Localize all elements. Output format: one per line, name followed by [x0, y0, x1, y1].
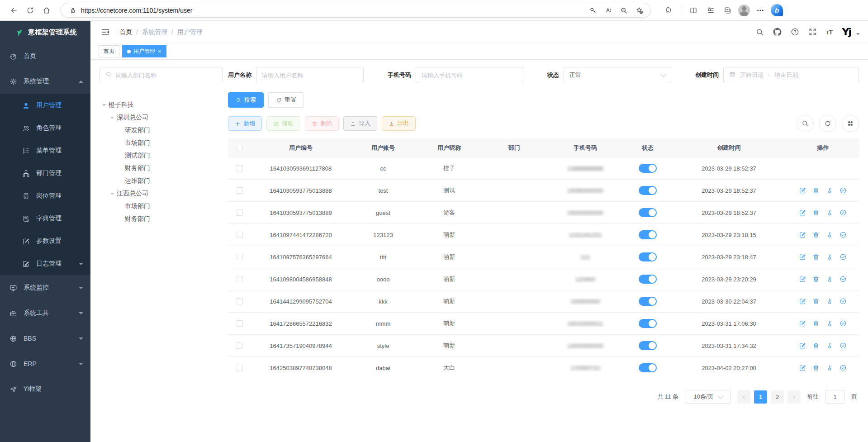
row-assign-role-icon[interactable]: [840, 187, 847, 194]
row-edit-icon[interactable]: [799, 364, 806, 371]
extensions-icon[interactable]: [662, 4, 675, 17]
row-assign-role-icon[interactable]: [840, 320, 847, 327]
row-reset-password-icon[interactable]: [826, 342, 833, 349]
split-screen-icon[interactable]: [687, 4, 700, 17]
tree-node[interactable]: 财务部门: [100, 162, 223, 175]
breadcrumb-home[interactable]: 首页: [119, 28, 132, 36]
row-edit-icon[interactable]: [799, 320, 806, 327]
tree-node[interactable]: 财务部门: [100, 213, 223, 225]
row-checkbox[interactable]: [237, 165, 243, 171]
phone-input[interactable]: [422, 72, 517, 79]
row-delete-icon[interactable]: [812, 187, 820, 194]
fullscreen-icon[interactable]: [808, 28, 817, 36]
status-toggle[interactable]: [639, 186, 657, 195]
copilot-icon[interactable]: b: [771, 4, 783, 16]
tree-node[interactable]: 江西总公司: [100, 187, 223, 200]
username-input[interactable]: [262, 72, 358, 79]
row-delete-icon[interactable]: [812, 298, 820, 305]
menu-fold-icon[interactable]: [99, 25, 112, 39]
row-edit-icon[interactable]: [799, 231, 806, 238]
row-reset-password-icon[interactable]: [826, 298, 833, 305]
row-delete-icon[interactable]: [812, 209, 820, 216]
lock-icon[interactable]: [68, 4, 77, 17]
delete-button[interactable]: 删除: [305, 116, 339, 131]
status-toggle[interactable]: [639, 341, 657, 350]
zoom-out-icon[interactable]: [617, 4, 631, 17]
row-checkbox[interactable]: [237, 320, 243, 327]
row-delete-icon[interactable]: [812, 364, 820, 371]
row-edit-icon[interactable]: [799, 187, 806, 194]
sidebar-item-menus[interactable]: 菜单管理: [0, 139, 90, 162]
sidebar-item-parameters[interactable]: 参数设置: [0, 230, 90, 252]
import-button[interactable]: 导入: [343, 116, 377, 131]
sidebar-item-home[interactable]: 首页: [0, 43, 90, 69]
row-checkbox[interactable]: [237, 209, 243, 216]
table-refresh-icon[interactable]: [819, 115, 836, 132]
breadcrumb-user[interactable]: 用户管理: [177, 28, 203, 36]
status-toggle[interactable]: [639, 230, 657, 239]
app-logo[interactable]: 意框架管理系统: [0, 21, 90, 43]
row-checkbox[interactable]: [237, 232, 243, 238]
sidebar-item-monitor[interactable]: 系统监控: [0, 275, 90, 300]
row-reset-password-icon[interactable]: [826, 276, 833, 283]
github-icon[interactable]: [773, 28, 782, 36]
status-toggle[interactable]: [639, 208, 657, 217]
table-search-icon[interactable]: [797, 115, 814, 132]
search-icon[interactable]: [755, 28, 764, 36]
tree-node[interactable]: 运维部门: [100, 175, 223, 187]
add-button[interactable]: 新增: [228, 116, 262, 131]
collections-icon[interactable]: [704, 4, 717, 17]
font-size-icon[interactable]: TT: [826, 28, 833, 36]
user-logo-avatar[interactable]: Yj: [842, 26, 851, 38]
row-delete-icon[interactable]: [812, 276, 820, 283]
breadcrumb-system[interactable]: 系统管理: [142, 28, 167, 36]
sidebar-item-posts[interactable]: 岗位管理: [0, 185, 90, 207]
row-reset-password-icon[interactable]: [826, 320, 833, 327]
status-toggle[interactable]: [639, 275, 657, 284]
page-size-select[interactable]: 10条/页: [685, 390, 731, 404]
sidebar-item-roles[interactable]: 角色管理: [0, 117, 90, 139]
row-delete-icon[interactable]: [812, 253, 820, 261]
row-reset-password-icon[interactable]: [826, 209, 833, 216]
sidebar-item-tools[interactable]: 系统工具: [0, 300, 90, 326]
tree-node[interactable]: 深圳总公司: [100, 111, 223, 124]
tree-caret-icon[interactable]: [110, 193, 114, 195]
row-assign-role-icon[interactable]: [840, 253, 847, 261]
url-text[interactable]: https://ccnetcore.com:1101/system/user: [81, 7, 583, 14]
sidebar-item-bbs[interactable]: BBS: [0, 326, 90, 351]
row-assign-role-icon[interactable]: [840, 209, 847, 216]
close-icon[interactable]: ×: [158, 48, 161, 54]
row-checkbox[interactable]: [237, 187, 243, 194]
tree-node[interactable]: 测试部门: [100, 149, 223, 162]
read-aloud-icon[interactable]: [602, 4, 615, 17]
row-assign-role-icon[interactable]: [840, 231, 847, 238]
tree-caret-icon[interactable]: [102, 104, 106, 106]
tree-node[interactable]: 研发部门: [100, 124, 223, 137]
edit-button[interactable]: 修改: [266, 116, 300, 131]
sidebar-item-logs[interactable]: 日志管理: [0, 252, 90, 275]
sidebar-item-system[interactable]: 系统管理: [0, 69, 90, 94]
row-delete-icon[interactable]: [812, 342, 820, 349]
tree-node[interactable]: 市场部门: [100, 200, 223, 213]
row-edit-icon[interactable]: [799, 253, 806, 261]
tab-user-management[interactable]: 用户管理 ×: [122, 45, 166, 57]
tab-groups-icon[interactable]: [721, 4, 735, 17]
status-toggle[interactable]: [639, 252, 657, 261]
row-delete-icon[interactable]: [812, 320, 820, 327]
row-checkbox[interactable]: [237, 342, 243, 349]
sidebar-item-departments[interactable]: 部门管理: [0, 162, 90, 185]
row-assign-role-icon[interactable]: [840, 276, 847, 283]
sidebar-item-dictionary[interactable]: 字典管理: [0, 207, 90, 230]
status-toggle[interactable]: [639, 363, 657, 372]
tree-caret-icon[interactable]: [110, 117, 114, 119]
goto-page-input[interactable]: [825, 390, 845, 404]
row-checkbox[interactable]: [237, 365, 243, 371]
row-edit-icon[interactable]: [799, 298, 806, 305]
reset-button[interactable]: 重置: [268, 92, 304, 108]
sidebar-item-users[interactable]: 用户管理: [0, 94, 90, 117]
row-delete-icon[interactable]: [812, 231, 820, 238]
row-assign-role-icon[interactable]: [840, 298, 847, 305]
sidebar-item-erp[interactable]: ERP: [0, 351, 90, 376]
column-settings-icon[interactable]: [842, 115, 859, 132]
export-button[interactable]: 导出: [382, 116, 416, 131]
